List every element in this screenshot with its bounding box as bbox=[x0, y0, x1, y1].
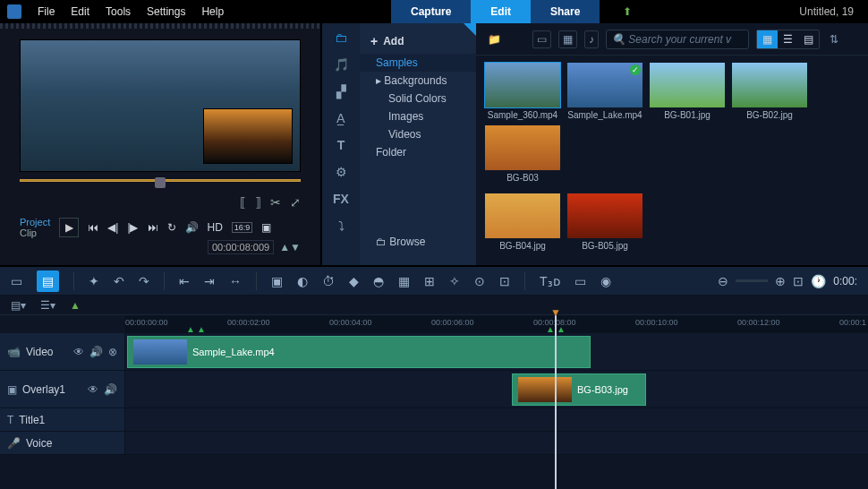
thumb-item[interactable]: Sample_360.mp4 bbox=[485, 63, 560, 120]
tc-stepper[interactable]: ▲▼ bbox=[279, 241, 301, 253]
keyframe-icon[interactable]: ◆ bbox=[349, 274, 359, 288]
sound-icon[interactable]: 🎵 bbox=[334, 57, 349, 72]
record-icon[interactable]: ◉ bbox=[600, 274, 611, 288]
view-list-icon[interactable]: ☰ bbox=[778, 30, 798, 48]
filter-video-icon[interactable]: ▭ bbox=[532, 30, 551, 48]
thumb-item[interactable]: BG-B03 bbox=[485, 125, 560, 183]
loop-icon[interactable]: ↻ bbox=[167, 221, 176, 234]
add-track-icon[interactable]: ▲ bbox=[70, 299, 81, 312]
tree-samples[interactable]: Samples bbox=[360, 54, 476, 72]
clip-overlay[interactable]: BG-B03.jpg bbox=[512, 373, 646, 406]
thumb-item[interactable]: BG-B01.jpg bbox=[650, 63, 725, 120]
prev-frame-icon[interactable]: ◀| bbox=[107, 221, 118, 234]
text-icon[interactable]: T bbox=[337, 138, 345, 152]
color-icon[interactable]: ◐ bbox=[297, 274, 308, 288]
voice-track-icon[interactable]: 🎤 bbox=[7, 437, 21, 450]
thumb-item[interactable]: BG-B02.jpg bbox=[732, 63, 807, 120]
motion-icon[interactable]: ✧ bbox=[449, 274, 460, 288]
add-button[interactable]: +Add bbox=[360, 29, 476, 54]
track-icon[interactable]: ⊙ bbox=[474, 274, 485, 288]
search-input[interactable]: 🔍 Search your current v bbox=[606, 30, 749, 49]
menu-file[interactable]: File bbox=[38, 5, 55, 18]
track-view-icon[interactable]: ☰▾ bbox=[40, 299, 55, 312]
tab-capture[interactable]: Capture bbox=[391, 0, 471, 23]
cut-icon[interactable]: ✂ bbox=[270, 195, 281, 210]
app-logo[interactable] bbox=[7, 4, 21, 19]
track-menu-icon[interactable]: ▤▾ bbox=[11, 299, 26, 312]
clip-video[interactable]: Sample_Lake.mp4 bbox=[127, 336, 591, 368]
aspect-ratio[interactable]: 16:9 bbox=[232, 222, 253, 233]
tab-share[interactable]: Share bbox=[531, 0, 600, 23]
zoom-out-icon[interactable]: ⊖ bbox=[718, 274, 728, 288]
transition-icon[interactable]: ▞ bbox=[336, 84, 346, 99]
thumb-item[interactable]: ✓Sample_Lake.mp4 bbox=[567, 63, 642, 120]
crop-icon[interactable]: ▣ bbox=[271, 274, 283, 288]
play-button[interactable]: ▶ bbox=[59, 218, 79, 237]
view-tiles-icon[interactable]: ▤ bbox=[798, 30, 819, 48]
video-track-icon[interactable]: 📹 bbox=[7, 346, 21, 358]
volume-track-icon[interactable]: 🔊 bbox=[89, 346, 103, 358]
stabilize-icon[interactable]: ⊡ bbox=[499, 274, 510, 288]
menu-tools[interactable]: Tools bbox=[106, 5, 131, 18]
zoom-in-icon[interactable]: ⊕ bbox=[775, 274, 786, 288]
undo-icon[interactable]: ↶ bbox=[114, 274, 124, 288]
tree-images[interactable]: Images bbox=[360, 107, 476, 125]
trim-start-icon[interactable]: ⇤ bbox=[179, 274, 190, 288]
grid-icon[interactable]: ⊞ bbox=[424, 274, 435, 288]
mark-out-icon[interactable]: ⟧ bbox=[255, 195, 261, 210]
menu-edit[interactable]: Edit bbox=[71, 5, 89, 18]
timeline-icon[interactable]: ▤ bbox=[37, 270, 59, 292]
overlay-track-icon[interactable]: ▣ bbox=[7, 383, 17, 396]
menu-help[interactable]: Help bbox=[201, 5, 224, 18]
fx-icon[interactable]: FX bbox=[333, 192, 349, 206]
volume-track-icon[interactable]: 🔊 bbox=[104, 383, 117, 396]
volume-icon[interactable]: 🔊 bbox=[185, 221, 199, 234]
next-frame-icon[interactable]: |▶ bbox=[127, 221, 138, 234]
mark-in-icon[interactable]: ⟦ bbox=[240, 195, 246, 210]
tree-folder[interactable]: Folder bbox=[360, 143, 476, 161]
upload-icon[interactable]: ⬆ bbox=[623, 5, 632, 18]
subtitle-icon[interactable]: ▭ bbox=[574, 274, 586, 288]
zoom-slider[interactable] bbox=[736, 279, 768, 282]
lock-icon[interactable]: ⊗ bbox=[108, 346, 117, 358]
home-icon[interactable]: ⏮ bbox=[88, 221, 98, 234]
preview-video[interactable] bbox=[20, 39, 301, 172]
overlay-icon[interactable]: ⚙ bbox=[336, 165, 347, 179]
thumb-item[interactable]: BG-B04.jpg bbox=[485, 193, 560, 251]
tree-browse[interactable]: 🗀 Browse bbox=[360, 233, 476, 251]
timecode[interactable]: 00:00:08:009 bbox=[208, 240, 274, 254]
title-track-icon[interactable]: T bbox=[7, 414, 13, 426]
3d-title-icon[interactable]: T₃ᴅ bbox=[540, 274, 560, 288]
path-icon[interactable]: ⤵ bbox=[338, 219, 345, 233]
tab-edit[interactable]: Edit bbox=[471, 0, 531, 23]
filter-photo-icon[interactable]: ▦ bbox=[558, 30, 577, 48]
scrub-handle[interactable] bbox=[155, 177, 166, 188]
filter-audio-icon[interactable]: ♪ bbox=[584, 30, 599, 48]
expand-icon[interactable]: ⤢ bbox=[290, 195, 301, 210]
snapshot-icon[interactable]: ▣ bbox=[261, 221, 271, 234]
timeline-ruler[interactable]: ▲ ▲ ▲ ▲ 00:00:00:00 00:00:02:00 00:00:04… bbox=[125, 315, 868, 333]
speed-icon[interactable]: ⏱ bbox=[322, 274, 335, 288]
mute-icon[interactable]: 👁 bbox=[88, 383, 98, 396]
redo-icon[interactable]: ↷ bbox=[139, 274, 149, 288]
mute-icon[interactable]: 👁 bbox=[73, 346, 84, 358]
menu-settings[interactable]: Settings bbox=[147, 5, 185, 18]
media-icon[interactable]: 🗀 bbox=[335, 30, 347, 45]
tree-solid-colors[interactable]: Solid Colors bbox=[360, 90, 476, 107]
playhead[interactable] bbox=[555, 315, 557, 489]
chroma-icon[interactable]: ▦ bbox=[398, 274, 410, 288]
end-icon[interactable]: ⏭ bbox=[148, 221, 158, 234]
clock-icon[interactable]: 🕐 bbox=[811, 274, 826, 288]
title-icon[interactable]: A̲ bbox=[336, 111, 345, 125]
fit-icon[interactable]: ⊡ bbox=[793, 274, 804, 288]
sort-icon[interactable]: ⇅ bbox=[827, 30, 841, 48]
hd-label[interactable]: HD bbox=[208, 221, 223, 234]
tree-backgrounds[interactable]: ▸ Backgrounds bbox=[360, 72, 476, 90]
import-icon[interactable]: 📁 bbox=[485, 30, 504, 48]
source-picker[interactable]: Project Clip bbox=[20, 217, 50, 238]
scrub-bar[interactable] bbox=[20, 179, 301, 192]
tree-videos[interactable]: Videos bbox=[360, 125, 476, 143]
trim-end-icon[interactable]: ⇥ bbox=[204, 274, 215, 288]
thumb-item[interactable]: BG-B05.jpg bbox=[567, 193, 642, 251]
view-grid-icon[interactable]: ▦ bbox=[757, 30, 778, 48]
